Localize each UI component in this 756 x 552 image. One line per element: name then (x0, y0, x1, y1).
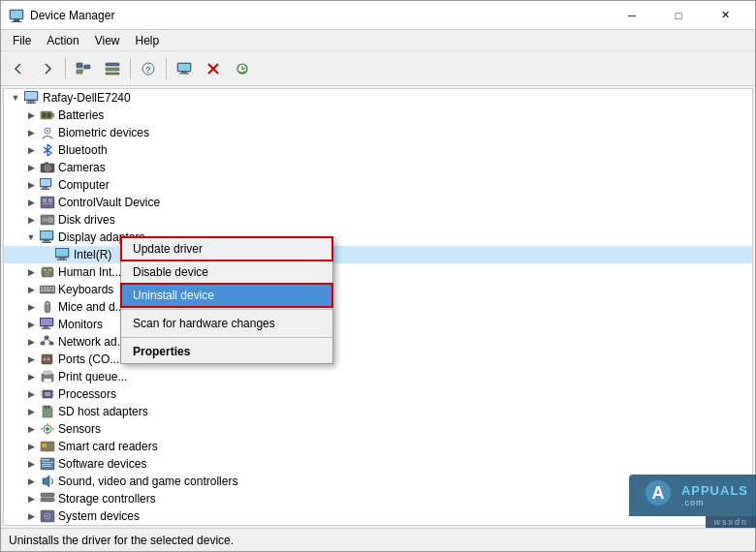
toolbar: ? (1, 51, 755, 86)
svg-rect-4 (77, 63, 82, 68)
title-bar-left: Device Manager (9, 8, 114, 23)
list-item[interactable]: ▶ Monitors (4, 316, 752, 333)
list-item[interactable]: ▶ SD host adapters (4, 403, 752, 420)
svg-point-82 (47, 358, 50, 361)
forward-button[interactable] (34, 55, 61, 82)
expand-icon[interactable]: ▶ (23, 337, 39, 347)
list-item[interactable]: ▶ Computer (4, 176, 752, 194)
help-button[interactable]: ? (135, 55, 162, 82)
item-label: Processors (58, 387, 116, 401)
list-item[interactable]: ▶ Software devices (4, 455, 752, 473)
menu-view[interactable]: View (87, 32, 128, 49)
ctx-properties[interactable]: Properties (121, 340, 332, 363)
mice-icon (39, 299, 56, 315)
expand-icon[interactable]: ▶ (23, 511, 39, 521)
expand-icon[interactable]: ▼ (23, 232, 39, 242)
expand-icon[interactable]: ▶ (23, 389, 39, 399)
svg-point-98 (46, 427, 49, 431)
expand-icon[interactable]: ▶ (23, 163, 39, 172)
svg-rect-104 (42, 444, 47, 447)
list-item[interactable]: ▶ Bluetooth (4, 141, 752, 159)
expand-icon[interactable]: ▶ (23, 354, 39, 364)
computer-view-button[interactable] (70, 55, 97, 82)
svg-rect-3 (11, 11, 22, 18)
list-item[interactable]: ▶ Cameras (4, 159, 752, 176)
list-item[interactable]: ▶ Disk drives (4, 211, 752, 229)
ctx-scan-changes[interactable]: Scan for hardware changes (121, 312, 332, 335)
svg-rect-73 (44, 326, 48, 328)
expand-icon[interactable]: ▶ (23, 110, 39, 120)
list-item[interactable]: ▶ Batteries (4, 107, 752, 124)
expand-icon[interactable]: ▶ (23, 476, 39, 486)
svg-rect-60 (41, 288, 43, 290)
back-button[interactable] (5, 55, 32, 82)
svg-point-88 (51, 376, 53, 378)
svg-point-116 (47, 515, 48, 517)
svg-rect-53 (59, 258, 65, 260)
biometric-icon (39, 125, 56, 140)
expand-icon[interactable]: ▶ (23, 372, 39, 382)
list-item[interactable]: ▶ ControlVault Device (4, 194, 752, 211)
svg-rect-61 (44, 288, 46, 290)
list-item[interactable]: ▶ Mice and d... (4, 298, 752, 316)
list-item[interactable]: Intel(R) (4, 246, 752, 263)
svg-point-112 (51, 494, 53, 496)
expand-icon[interactable]: ▶ (23, 215, 39, 225)
computer-view-icon (76, 62, 91, 76)
expand-icon[interactable]: ▶ (23, 407, 39, 416)
svg-rect-27 (43, 113, 47, 118)
expand-icon[interactable]: ▶ (23, 424, 39, 434)
cameras-icon (39, 160, 56, 175)
expand-icon[interactable]: ▶ (23, 145, 39, 155)
wsxdn-label: wsxdn (706, 516, 756, 528)
list-item[interactable]: ▶ Ports (CO... (4, 351, 752, 368)
expand-icon[interactable]: ▶ (23, 128, 39, 138)
menu-action[interactable]: Action (39, 32, 86, 49)
svg-line-78 (43, 339, 47, 342)
sound-icon (39, 474, 56, 489)
list-item[interactable]: ▶ Smart card readers (4, 438, 752, 455)
processor-icon (39, 386, 56, 402)
display-icon (39, 230, 56, 245)
expand-icon[interactable]: ▶ (23, 198, 39, 207)
minimize-button[interactable]: ─ (610, 1, 654, 30)
resources-type-button[interactable] (99, 55, 126, 82)
list-item[interactable]: ▶ Human Int... (4, 263, 752, 281)
toolbar-sep-2 (130, 58, 131, 79)
scan-button[interactable] (229, 55, 256, 82)
svg-text:?: ? (145, 65, 151, 75)
list-item[interactable]: ▶ Sensors (4, 420, 752, 438)
expand-icon[interactable]: ▶ (23, 180, 39, 190)
maximize-button[interactable]: □ (656, 1, 701, 30)
list-item[interactable]: ▶ (4, 281, 752, 298)
monitors-icon (39, 317, 56, 332)
list-item[interactable]: ▶ Print queue... (4, 368, 752, 385)
expand-icon[interactable]: ▶ (23, 442, 39, 451)
expand-icon[interactable]: ▶ (23, 267, 39, 277)
root-expand-icon[interactable]: ▼ (8, 93, 23, 103)
menu-help[interactable]: Help (128, 32, 168, 49)
expand-icon[interactable]: ▶ (23, 302, 39, 312)
list-item[interactable]: ▶ Biometric devices (4, 124, 752, 141)
ctx-disable-device[interactable]: Disable device (121, 261, 332, 284)
monitor-button[interactable] (171, 55, 198, 82)
tree-scroll[interactable]: ▼ Rafay-DellE7240 ▶ (4, 89, 752, 525)
list-item[interactable]: ▶ Processors (4, 385, 752, 403)
list-item[interactable]: ▼ Display adapters (4, 229, 752, 246)
list-item[interactable]: ▶ Network ad... (4, 333, 752, 351)
expand-icon[interactable]: ▶ (23, 459, 39, 469)
expand-icon[interactable]: ▶ (23, 285, 39, 294)
svg-rect-95 (45, 406, 47, 409)
menu-file[interactable]: File (5, 32, 39, 49)
svg-rect-42 (43, 203, 52, 204)
root-icon (23, 90, 41, 106)
svg-rect-34 (45, 163, 48, 165)
expand-icon[interactable]: ▶ (23, 320, 39, 329)
close-button[interactable]: ✕ (703, 1, 747, 30)
ctx-uninstall-device[interactable]: Uninstall device (121, 284, 332, 307)
tree-root[interactable]: ▼ Rafay-DellE7240 (4, 89, 752, 107)
ctx-update-driver[interactable]: Update driver (121, 237, 332, 261)
expand-icon[interactable]: ▶ (23, 494, 39, 504)
uninstall-button[interactable] (200, 55, 227, 82)
item-label: Intel(R) (74, 248, 111, 261)
